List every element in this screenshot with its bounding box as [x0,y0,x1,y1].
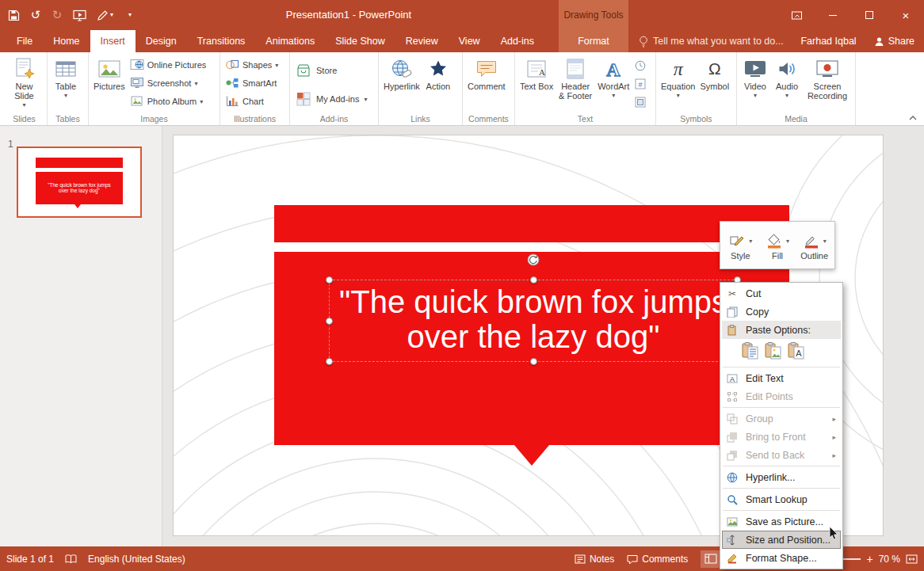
equation-button[interactable]: π Equation ▾ [659,54,697,99]
slide-counter[interactable]: Slide 1 of 1 [6,554,54,565]
comment-button[interactable]: Comment [465,54,508,91]
ribbon-group-media: Video ▾ Audio ▾ Screen Recording Media [737,52,856,125]
shape-style-icon [728,234,746,249]
selection-box[interactable] [329,280,738,362]
language-indicator[interactable]: English (United States) [88,554,185,565]
store-button[interactable]: Store [292,59,370,82]
comment-icon [475,56,498,82]
shape-outline-button[interactable]: ▾ Outline [796,225,833,267]
tab-view[interactable]: View [449,30,491,52]
undo-icon[interactable]: ↺ [30,7,41,23]
my-add-ins-icon [296,91,311,107]
notes-toggle[interactable]: Notes [575,554,614,565]
tab-animations[interactable]: Animations [255,30,325,52]
chart-button[interactable]: Chart [223,93,281,109]
photo-album-button[interactable]: Photo Album ▾ [128,93,209,109]
table-button[interactable]: Table ▾ [50,54,82,99]
collapse-ribbon-icon[interactable] [908,115,918,121]
tab-insert[interactable]: Insert [90,30,136,52]
account-name[interactable]: Farhad Iqbal [800,36,856,47]
banner-top-shape[interactable] [274,205,789,242]
hyperlink-button[interactable]: Hyperlink [381,54,422,91]
menu-item-bring-to-front[interactable]: Bring to Front ▸ [722,428,841,446]
symbol-button[interactable]: Ω Symbol [697,54,731,91]
audio-button[interactable]: Audio ▾ [771,54,803,99]
account-area: Farhad Iqbal Share [800,30,914,52]
text-box-button[interactable]: A Text Box [517,54,556,91]
screen-recording-button[interactable]: Screen Recording [803,54,852,101]
menu-item-smart-lookup[interactable]: Smart Lookup [722,490,841,508]
online-pictures-button[interactable]: Online Pictures [128,56,209,73]
my-add-ins-button[interactable]: My Add-ins ▾ [292,88,370,110]
share-button[interactable]: Share [874,36,914,47]
pictures-button[interactable]: Pictures [91,54,128,91]
insert-object-icon[interactable] [633,96,647,108]
redo-icon[interactable]: ↻ [52,7,63,23]
slide-thumbnail[interactable]: "The quick brown fox jumps over the lazy… [17,147,142,218]
rotate-handle[interactable] [527,253,540,266]
shapes-button[interactable]: Shapes ▾ [223,56,281,73]
selection-handle[interactable] [326,276,333,284]
slide-number-icon[interactable]: # [633,78,647,90]
tab-review[interactable]: Review [395,30,449,52]
selection-handle[interactable] [326,318,333,325]
minimize-icon[interactable] [815,0,851,30]
tab-slide-show[interactable]: Slide Show [325,30,395,52]
tab-file[interactable]: File [6,30,43,52]
paste-icon [725,325,739,336]
video-button[interactable]: Video ▾ [739,54,771,99]
ribbon-display-options-icon[interactable] [778,0,815,30]
menu-item-format-shape[interactable]: Format Shape... [722,549,841,567]
header-footer-button[interactable]: Header & Footer [556,54,595,101]
paste-keep-text-only-icon[interactable]: A [787,341,806,360]
tell-me-box[interactable]: Tell me what you want to do... [639,30,784,52]
start-slideshow-icon[interactable] [73,7,86,23]
menu-item-cut[interactable]: ✂ Cut [722,284,841,303]
smartart-icon [225,77,239,89]
zoom-level[interactable]: 70 % [879,554,900,565]
selection-handle[interactable] [326,358,333,365]
group-label-add-ins: Add-ins [290,114,378,124]
tab-format[interactable]: Format [559,30,628,52]
shape-style-button[interactable]: ▾ Style [722,225,759,267]
paste-as-picture-icon[interactable] [764,341,783,360]
shapes-icon [225,59,239,70]
group-label-links: Links [379,114,462,124]
tab-transitions[interactable]: Transitions [187,30,256,52]
menu-item-group[interactable]: Group ▸ [722,409,841,428]
paste-use-destination-theme-icon[interactable] [741,341,760,360]
tab-design[interactable]: Design [136,30,187,52]
group-label-text: Text [515,114,655,124]
action-button[interactable]: Action [422,54,454,91]
zoom-in-icon[interactable]: + [866,553,872,565]
smartart-button[interactable]: SmartArt [223,74,281,91]
tab-home[interactable]: Home [43,30,90,52]
menu-item-send-to-back[interactable]: Send to Back ▸ [722,446,841,464]
menu-item-size-and-position[interactable]: Size and Position... [722,531,841,549]
menu-item-copy[interactable]: Copy [722,303,841,321]
wordart-button[interactable]: A WordArt ▾ [595,54,632,99]
online-pictures-icon [130,59,144,70]
comments-toggle[interactable]: Comments [627,554,688,565]
menu-item-edit-points[interactable]: Edit Points [722,387,841,405]
close-icon[interactable]: × [888,0,924,30]
date-time-icon[interactable] [633,59,647,72]
screenshot-button[interactable]: Screenshot ▾ [128,74,209,91]
menu-item-edit-text[interactable]: A Edit Text [722,369,841,387]
dropdown-caret: ▾ [22,101,25,108]
screenshot-icon [130,77,144,89]
normal-view-icon[interactable] [701,550,721,568]
menu-item-hyperlink[interactable]: Hyperlink... [722,468,841,486]
tab-add-ins[interactable]: Add-ins [491,30,544,52]
fit-to-window-icon[interactable] [906,554,918,564]
shape-fill-button[interactable]: ▾ Fill [759,225,796,267]
menu-item-save-as-picture[interactable]: Save as Picture... [722,512,841,531]
spell-check-icon[interactable] [65,554,77,564]
maximize-icon[interactable] [851,0,888,30]
ribbon: New Slide ▾ Slides Table ▾ Tables Pictur… [0,52,924,126]
selection-handle[interactable] [530,276,537,284]
selection-handle[interactable] [530,358,537,365]
thumbnail-banner-tail [74,204,81,208]
save-icon[interactable] [8,7,20,23]
new-slide-button[interactable]: New Slide ▾ [4,54,44,108]
